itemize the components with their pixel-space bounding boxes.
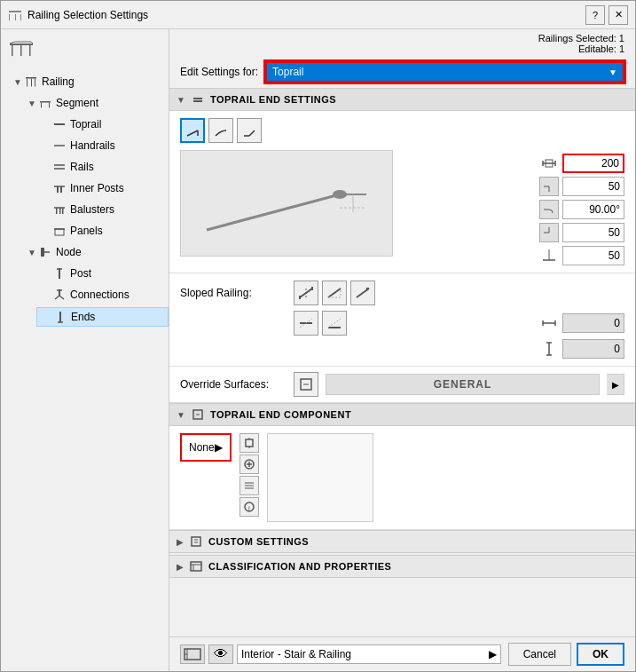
tree-item-inner-posts[interactable]: ▶ Inner Posts	[1, 178, 169, 199]
component-value: None	[189, 441, 215, 454]
expander-node[interactable]: ▼	[26, 246, 38, 258]
rails-icon	[52, 160, 67, 174]
sloped-second-row: 0	[294, 311, 624, 336]
tree-item-rails[interactable]: ▶ Rails	[1, 156, 169, 178]
input-50a[interactable]: 50	[562, 177, 624, 196]
sloped-btn-1[interactable]	[294, 281, 318, 305]
override-arrow[interactable]: ▶	[607, 374, 624, 395]
input-50b[interactable]: 50	[562, 223, 624, 242]
help-button[interactable]: ?	[585, 5, 605, 25]
edit-settings-dropdown[interactable]: Toprail ▼	[265, 61, 624, 83]
cancel-button[interactable]: Cancel	[508, 643, 571, 666]
input-sloped-0b[interactable]: 0	[562, 339, 624, 359]
sloped-railing-section: Sloped Railing:	[169, 273, 635, 367]
content-area: ▼ Railing ▼	[1, 29, 635, 671]
override-btn[interactable]	[294, 372, 318, 397]
input-icon-btn-3	[539, 200, 559, 219]
main-panel: Railings Selected: 1 Editable: 1 Edit Se…	[169, 29, 635, 671]
svg-rect-6	[20, 45, 22, 56]
comp-btn-settings[interactable]	[239, 433, 259, 453]
spacer	[169, 578, 635, 636]
collapse-arrow-classification: ▶	[177, 562, 184, 572]
dimension-icon-1	[539, 154, 559, 173]
classification-title: CLASSIFICATION AND PROPERTIES	[208, 561, 391, 572]
tree-item-toprail[interactable]: ▶ Toprail	[1, 114, 169, 135]
svg-rect-4	[10, 43, 33, 45]
tree-label-handrails: Handrails	[70, 139, 115, 152]
svg-rect-23	[56, 208, 58, 214]
tree-item-railing[interactable]: ▼ Railing	[1, 71, 169, 92]
svg-rect-28	[41, 248, 44, 257]
svg-line-34	[59, 296, 64, 299]
component-area: None ▶	[180, 433, 260, 522]
input-200[interactable]: 200	[562, 154, 624, 173]
tree-item-connections[interactable]: ▶ Connections	[1, 284, 169, 305]
custom-section-icon	[189, 534, 203, 549]
ends-icon	[53, 310, 67, 324]
comp-btn-add[interactable]	[239, 455, 259, 474]
input-50c[interactable]: 50	[562, 246, 624, 265]
tree-item-segment[interactable]: ▼ Segment	[1, 92, 169, 114]
sloped-btn-5[interactable]	[322, 311, 347, 336]
tree-item-ends[interactable]: ▶ Ends	[1, 305, 169, 328]
input-row-4: 50	[400, 223, 624, 242]
svg-rect-5	[12, 45, 13, 56]
classification-icon	[189, 559, 203, 573]
classification-header[interactable]: ▶ CLASSIFICATION AND PROPERTIES	[169, 555, 635, 578]
tree-item-post[interactable]: ▶ Post	[1, 263, 169, 284]
expander-railing[interactable]: ▼	[12, 75, 24, 88]
shape-btn-3[interactable]	[237, 118, 262, 143]
svg-line-64	[328, 289, 341, 297]
component-section-title: TOPRAIL END COMPONENT	[210, 409, 351, 420]
toprail-end-component-header[interactable]: ▼ TOPRAIL END COMPONENT	[169, 403, 635, 426]
window-icon	[8, 8, 22, 22]
preview-svg	[189, 159, 384, 248]
bottom-preset: 👁 Interior - Stair & Railing ▶	[180, 644, 501, 664]
svg-rect-13	[41, 103, 42, 108]
input-row-2: 50	[400, 177, 624, 196]
sloped-btn-4[interactable]	[294, 311, 318, 336]
sloped-buttons	[294, 281, 375, 305]
svg-rect-27	[55, 229, 64, 235]
preset-icon	[180, 644, 205, 664]
input-row-3: 90.00°	[400, 200, 624, 219]
component-preview	[267, 433, 373, 522]
toprail-section-icon	[191, 92, 205, 107]
shape-btn-1[interactable]	[180, 118, 205, 143]
component-dropdown[interactable]: None ▶	[182, 435, 230, 460]
svg-rect-21	[60, 186, 62, 193]
tree-item-node[interactable]: ▼ Node	[1, 241, 169, 263]
sloped-railing-label: Sloped Railing:	[180, 287, 287, 299]
tree-item-panels[interactable]: ▶ Panels	[1, 220, 169, 241]
ok-button[interactable]: OK	[577, 643, 624, 666]
tree-label-railing: Railing	[42, 75, 75, 88]
override-value: GENERAL	[326, 374, 600, 395]
window-title: Railing Selection Settings	[27, 9, 148, 21]
tree-label-connections: Connections	[70, 289, 130, 301]
svg-rect-9	[27, 79, 27, 87]
collapse-arrow-custom: ▶	[177, 537, 184, 547]
comp-btn-info[interactable]: i	[239, 497, 259, 517]
shape-btn-2[interactable]	[208, 118, 233, 143]
comp-btn-list[interactable]	[239, 476, 259, 495]
svg-rect-0	[9, 11, 21, 12]
close-button[interactable]: ✕	[609, 5, 628, 25]
collapse-arrow-toprail: ▼	[177, 95, 185, 105]
bottom-buttons: Cancel OK	[508, 643, 624, 666]
preview-and-inputs: 200 50	[180, 150, 624, 265]
sloped-btn-2[interactable]	[322, 281, 347, 305]
expander-segment[interactable]: ▼	[26, 97, 38, 109]
input-icon-btn-4	[539, 223, 559, 242]
input-row-5: 50	[400, 246, 624, 265]
input-row-1: 200	[400, 154, 624, 173]
preset-dropdown[interactable]: Interior - Stair & Railing ▶	[237, 644, 501, 664]
sloped-btn-3[interactable]	[350, 281, 375, 305]
input-sloped-0a[interactable]: 0	[562, 313, 624, 333]
tree-label-node: Node	[56, 246, 82, 258]
input-angle[interactable]: 90.00°	[562, 200, 624, 219]
custom-settings-header[interactable]: ▶ CUSTOM SETTINGS	[169, 530, 635, 553]
tree-item-handrails[interactable]: ▶ Handrails	[1, 135, 169, 156]
toprail-end-settings-header[interactable]: ▼ TOPRAIL END SETTINGS	[169, 88, 635, 111]
svg-text:i: i	[248, 504, 250, 512]
tree-item-balusters[interactable]: ▶ Balusters	[1, 199, 169, 220]
